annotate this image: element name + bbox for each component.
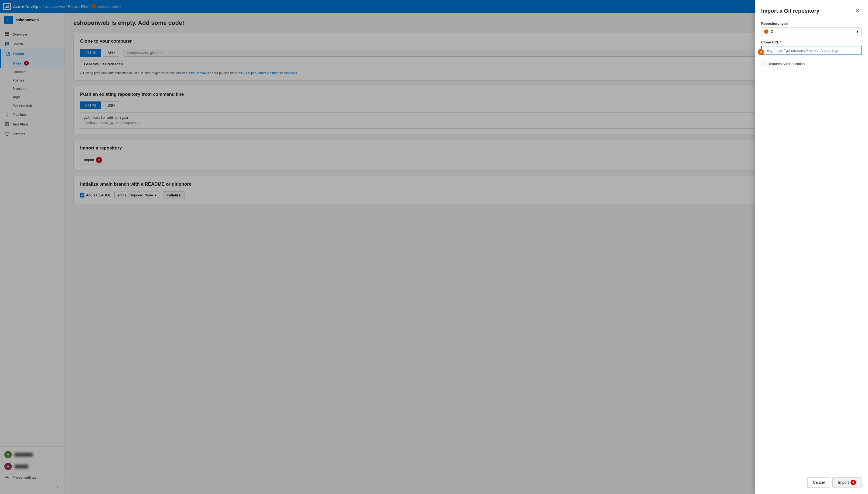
clone-url-modal-input[interactable] — [761, 46, 862, 55]
required-indicator: * — [780, 40, 782, 44]
import-modal-button[interactable]: Import 4 — [832, 477, 862, 488]
cancel-button[interactable]: Cancel — [807, 477, 830, 488]
repo-type-select-inner: Git — [764, 30, 775, 34]
import-modal-step-badge: 4 — [850, 480, 856, 485]
select-chevron-icon: ▾ — [857, 30, 859, 34]
requires-auth-checkbox[interactable] — [761, 61, 766, 66]
repo-type-select[interactable]: Git ▾ — [761, 27, 862, 36]
import-git-modal: Import a Git repository ✕ Repository typ… — [755, 0, 868, 494]
modal-close-button[interactable]: ✕ — [853, 6, 862, 15]
requires-auth-label: Requires Authentication — [768, 62, 805, 66]
modal-footer: Cancel Import 4 — [761, 473, 862, 488]
modal-title: Import a Git repository — [761, 8, 819, 14]
git-type-icon — [764, 30, 769, 34]
repo-type-value: Git — [771, 30, 775, 34]
modal-header: Import a Git repository ✕ — [761, 6, 862, 15]
requires-auth-row: Requires Authentication — [761, 61, 862, 66]
clone-url-label-text: Clone URL — [761, 40, 779, 44]
clone-url-label: Clone URL * — [761, 40, 862, 44]
import-modal-label: Import — [838, 480, 849, 484]
clone-url-step-badge: 3 — [758, 49, 764, 55]
repo-type-label: Repository type — [761, 22, 862, 26]
modal-overlay[interactable]: Import a Git repository ✕ Repository typ… — [0, 0, 868, 494]
